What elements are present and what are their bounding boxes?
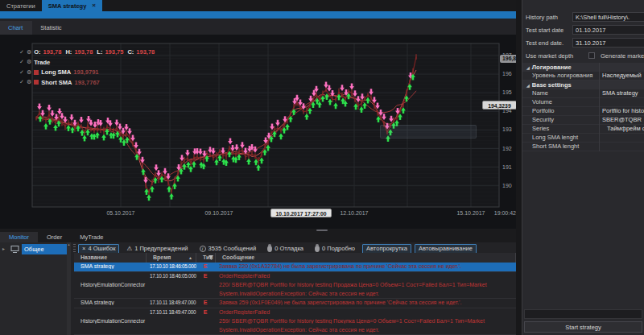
- column-header[interactable]: Сообщение: [216, 253, 516, 263]
- property-label: Security: [532, 116, 554, 124]
- buy-marker-icon: [217, 155, 222, 161]
- tab-statistic[interactable]: Statistic: [32, 21, 71, 35]
- toolbar-button-label: Автовыравнивание: [419, 245, 473, 252]
- toolbar-drag-grip[interactable]: [73, 244, 76, 253]
- splitter-grip[interactable]: [316, 230, 328, 231]
- sell-marker-icon: [198, 148, 203, 155]
- log-source-cell: SMA strategy: [80, 263, 150, 269]
- gear-icon[interactable]: ⚙: [27, 49, 31, 56]
- log-message-line: 259/ SBER@TQBR Portfilo for history test…: [219, 318, 514, 324]
- sell-marker-icon: [37, 104, 42, 110]
- properties-panel: Start strategy History pathK:\Shell full…: [522, 0, 644, 335]
- toolbar-button[interactable]: 0 Подробно: [311, 244, 359, 254]
- tab-strategies[interactable]: Стратегии: [0, 0, 42, 11]
- column-header[interactable]: Время▲: [147, 253, 196, 263]
- vertical-splitter[interactable]: [516, 0, 522, 335]
- buy-marker-icon: [101, 134, 106, 140]
- buy-marker-icon: [43, 123, 48, 130]
- check-icon[interactable]: ✓: [19, 49, 24, 56]
- table-row[interactable]: SMA strategy17.10.11 18:49:47.000EЗаявка…: [74, 299, 516, 308]
- error-icon: ×: [82, 245, 85, 252]
- property-value-input[interactable]: K:\Shell full\History\.: [572, 12, 644, 22]
- property-row[interactable]: SecuritySBER@TQBR: [522, 116, 644, 125]
- expander-icon[interactable]: ◢: [526, 83, 530, 88]
- expander-icon[interactable]: ◢: [526, 65, 530, 70]
- property-group-header[interactable]: ◢Логирование: [522, 63, 644, 72]
- toolbar-button[interactable]: 0 Отладка: [263, 244, 308, 254]
- toolbar-button[interactable]: Автопрокрутка: [362, 244, 411, 254]
- buy-marker-icon: [80, 130, 85, 136]
- toolbar-button[interactable]: i3535 Сообщений: [196, 244, 261, 254]
- toolbar-button-label: 4 Ошибок: [88, 245, 115, 252]
- table-row[interactable]: HistoryEmulationConnector17.10.11 18:49:…: [74, 308, 516, 335]
- legend-text: 193,7767: [75, 79, 100, 86]
- property-value[interactable]: Наследуемый: [602, 72, 644, 80]
- tree-scrollbar[interactable]: ▲: [67, 242, 71, 335]
- tree-item-label[interactable]: Общее: [22, 244, 67, 254]
- gear-icon[interactable]: ⚙: [27, 69, 31, 76]
- sell-marker-icon: [369, 89, 374, 95]
- monitor-icon: [10, 246, 19, 253]
- gear-icon[interactable]: ⚙: [27, 59, 31, 65]
- table-row[interactable]: SMA strategy17.10.10 18:46:05.000EЗаявка…: [74, 263, 516, 272]
- tree-item-common[interactable]: ▸ Общее: [0, 244, 67, 254]
- property-label: Уровень логирования: [532, 72, 592, 80]
- property-value-input[interactable]: 31.10.2017: [572, 38, 644, 48]
- toolbar-button[interactable]: ×4 Ошибок: [78, 244, 119, 254]
- active-document-strip: [0, 11, 516, 19]
- toolbar-button-label: 1 Предупреждений: [134, 245, 188, 252]
- property-value[interactable]: Таймфрейм с: [602, 125, 644, 133]
- column-header[interactable]: Название: [74, 253, 147, 263]
- toolbar-button[interactable]: Автовыравнивание: [415, 244, 477, 254]
- property-value[interactable]: SBER@TQBR: [602, 116, 644, 124]
- buy-marker-icon: [279, 133, 283, 139]
- tab-sma-strategy[interactable]: SMA strategy ×: [42, 0, 102, 11]
- document-tabbar: Стратегии SMA strategy ×: [0, 0, 516, 11]
- property-row[interactable]: Volume: [522, 98, 644, 107]
- expander-icon[interactable]: ▸: [2, 246, 5, 251]
- column-header[interactable]: Тип: [196, 253, 216, 263]
- tab-mytrade[interactable]: MyTrade: [71, 232, 112, 242]
- empty-input[interactable]: [524, 309, 642, 319]
- tab-order[interactable]: Order: [38, 232, 71, 242]
- property-row[interactable]: Short SMA lenght: [522, 143, 644, 151]
- log-sources-tree: ▸ Общее: [0, 242, 67, 335]
- series-color-swatch: [34, 70, 39, 75]
- start-strategy-button[interactable]: Start strategy: [524, 321, 642, 333]
- date-tick-label: 09.10.2017: [204, 210, 233, 216]
- table-row[interactable]: HistoryEmulationConnector17.10.10 18:46:…: [74, 272, 516, 299]
- property-value[interactable]: SMA strategy: [602, 89, 644, 97]
- buy-marker-icon: [365, 97, 370, 104]
- sell-marker-icon: [340, 85, 345, 91]
- check-icon[interactable]: ✓: [19, 79, 24, 85]
- toolbar-button[interactable]: ⚠1 Предупреждений: [122, 244, 192, 254]
- buy-marker-icon: [167, 186, 171, 192]
- property-row[interactable]: SeriesТаймфрейм с: [522, 125, 644, 134]
- log-table: НазваниеВремя▲ТипСообщениеSMA strategy17…: [74, 253, 516, 335]
- property-row[interactable]: NameSMA strategy: [522, 89, 644, 98]
- filter-funnel-icon[interactable]: [208, 255, 213, 260]
- sort-ascending-icon[interactable]: ▲: [188, 253, 192, 263]
- property-row[interactable]: PortfolioPortfilo for histo: [522, 107, 644, 116]
- property-value-input[interactable]: 01.10.2017: [572, 25, 644, 35]
- property-value[interactable]: Portfilo for histo: [602, 107, 644, 115]
- log-message-line: OrderRegisterFailed: [219, 273, 514, 279]
- use-market-depth-checkbox[interactable]: [588, 52, 595, 59]
- log-type-cell: E: [196, 309, 214, 315]
- close-icon[interactable]: ×: [92, 2, 96, 9]
- property-label: Test start date: [526, 27, 564, 34]
- property-label: Portfolio: [532, 107, 555, 115]
- log-message-line: OrderRegisterFailed: [219, 309, 514, 315]
- warning-icon: ⚠: [126, 245, 132, 252]
- property-group-header[interactable]: ◢Base settings: [522, 81, 644, 89]
- tab-chart[interactable]: Chart: [0, 21, 32, 35]
- property-row[interactable]: Уровень логированияНаследуемый: [522, 72, 644, 81]
- tab-monitor[interactable]: Monitor: [0, 232, 38, 242]
- log-time-cell: 17.10.11 18:49:47.000: [150, 300, 196, 305]
- property-row[interactable]: Long SMA lenght: [522, 134, 644, 143]
- bug-icon: [267, 246, 272, 252]
- check-icon[interactable]: ✓: [19, 69, 24, 76]
- log-time-cell: 17.10.10 18:46:05.000: [150, 273, 196, 279]
- gear-icon[interactable]: ⚙: [27, 79, 31, 85]
- check-icon[interactable]: ✓: [19, 59, 24, 65]
